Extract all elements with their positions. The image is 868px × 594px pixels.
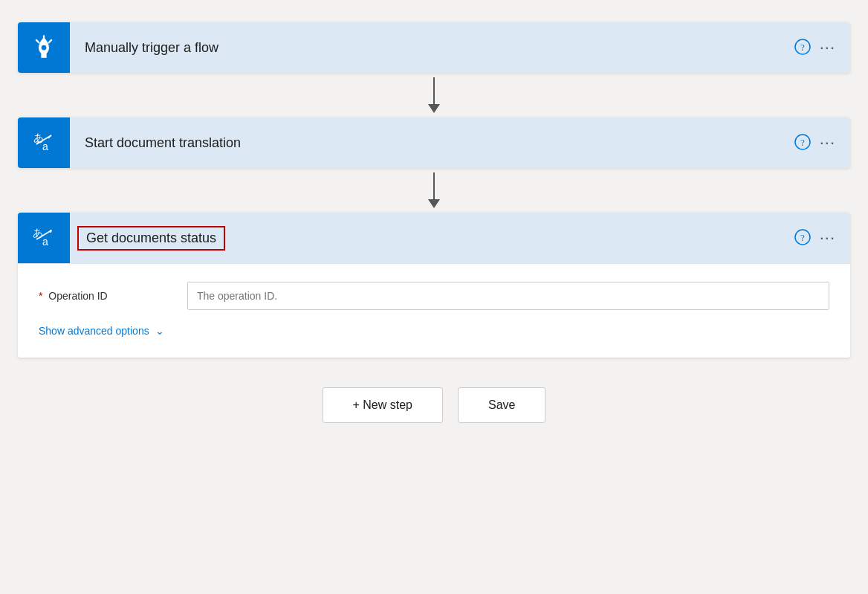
new-step-button[interactable]: + New step [323, 387, 443, 423]
get-docs-status-help-button[interactable]: ? [794, 229, 811, 248]
operation-id-label-text: Operation ID [48, 290, 107, 302]
get-docs-status-icon: あ a [18, 213, 70, 263]
step-trigger-header[interactable]: Manually trigger a flow ? ··· [18, 22, 850, 73]
advanced-options-label: Show advanced options [39, 325, 149, 337]
step-get-docs-status-actions: ? ··· [794, 228, 850, 248]
step-trigger-title: Manually trigger a flow [70, 40, 794, 56]
step-get-docs-status-header[interactable]: あ a Get documents status ? ··· [18, 213, 850, 263]
operation-id-label: * Operation ID [39, 290, 187, 302]
step-get-docs-status-body: * Operation ID Show advanced options ⌄ [18, 263, 850, 358]
save-button[interactable]: Save [458, 387, 545, 423]
svg-text:?: ? [800, 42, 805, 53]
arrow-2 [428, 168, 440, 213]
step-get-docs-status-title: Get documents status [77, 226, 225, 251]
get-docs-status-more-button[interactable]: ··· [820, 228, 835, 248]
arrow-line-1 [433, 77, 435, 104]
step-get-docs-status: あ a Get documents status ? ··· [18, 213, 850, 358]
operation-id-input[interactable] [187, 282, 829, 310]
trigger-more-button[interactable]: ··· [820, 38, 835, 57]
operation-id-row: * Operation ID [39, 282, 829, 310]
step-trigger-actions: ? ··· [794, 38, 850, 57]
start-translation-more-button[interactable]: ··· [820, 133, 835, 152]
trigger-icon [18, 22, 70, 73]
svg-text:a: a [42, 236, 48, 248]
step-start-translation-header[interactable]: あ a Start document translation ? ··· [18, 117, 850, 168]
arrow-line-2 [433, 172, 435, 199]
svg-text:?: ? [800, 137, 805, 148]
step-start-translation-title: Start document translation [70, 135, 794, 151]
step-start-translation-actions: ? ··· [794, 133, 850, 152]
step-get-docs-status-title-wrapper: Get documents status [70, 226, 794, 251]
bottom-buttons: + New step Save [323, 387, 546, 423]
trigger-help-button[interactable]: ? [794, 39, 811, 57]
svg-point-0 [42, 45, 47, 51]
arrow-head-1 [428, 104, 440, 113]
chevron-down-icon: ⌄ [155, 325, 164, 337]
required-star: * [39, 290, 42, 302]
svg-text:?: ? [800, 232, 805, 243]
arrow-head-2 [428, 199, 440, 208]
step-start-translation: あ a Start document translation ? ··· [18, 117, 850, 168]
step-trigger: Manually trigger a flow ? ··· [18, 22, 850, 73]
advanced-options-toggle[interactable]: Show advanced options ⌄ [39, 325, 829, 337]
start-translation-icon: あ a [18, 117, 70, 168]
start-translation-help-button[interactable]: ? [794, 134, 811, 152]
flow-container: Manually trigger a flow ? ··· あ a [18, 22, 850, 423]
arrow-1 [428, 73, 440, 117]
svg-text:a: a [42, 141, 48, 152]
